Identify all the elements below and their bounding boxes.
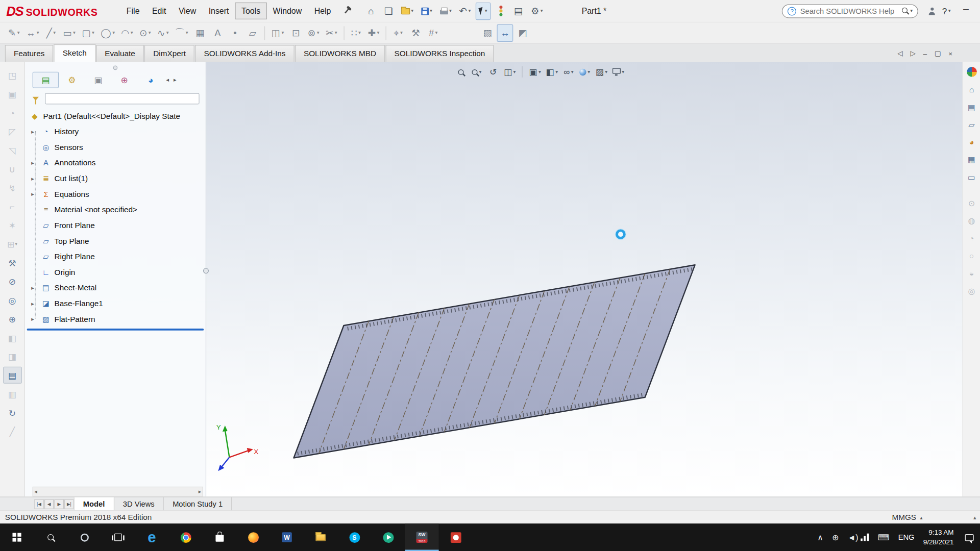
menu-tools[interactable]: Tools — [235, 3, 267, 19]
tab-solidworks-inspection[interactable]: SOLIDWORKS Inspection — [385, 45, 494, 62]
camtasia-button[interactable] — [371, 523, 405, 551]
new-document-button[interactable]: ❏ — [381, 2, 396, 19]
zoom-fit-button[interactable] — [453, 64, 468, 79]
menu-help[interactable]: Help — [308, 3, 337, 19]
lofted-bend-tool[interactable]: ◔ — [3, 104, 22, 121]
cross-break-tool[interactable]: ✶ — [3, 217, 22, 234]
help-menu[interactable]: ?▾ — [942, 6, 951, 16]
insert-bends-tool[interactable]: ↻ — [3, 404, 22, 421]
pane-tool-5[interactable]: ◒ — [964, 265, 979, 280]
zoom-area-button[interactable] — [470, 64, 484, 79]
ellipse-tool[interactable]: ⊙ — [137, 24, 154, 41]
edit-appearance-button[interactable] — [577, 64, 592, 79]
view-orientation-button[interactable]: ▣ — [527, 64, 543, 79]
view-palette-tab[interactable]: ▱ — [964, 117, 979, 132]
search-input[interactable] — [800, 7, 900, 15]
text-tool[interactable]: A — [209, 24, 226, 41]
media-button[interactable]: ▶ — [55, 499, 64, 509]
media-button[interactable]: |◀ — [34, 499, 43, 509]
open-document-button[interactable] — [399, 2, 416, 19]
sketch-tool[interactable]: ✎ — [6, 24, 22, 41]
configurationmanager-tab[interactable]: ▣ — [85, 72, 111, 88]
start-button[interactable] — [0, 523, 34, 551]
pane-tool-4[interactable]: ○ — [964, 248, 979, 263]
forum-tab[interactable]: ▭ — [964, 169, 979, 184]
pane-tool-2[interactable]: ◍ — [964, 213, 979, 228]
arc-tool[interactable]: ◠ — [118, 24, 135, 41]
base-flange-tool[interactable]: ◳ — [3, 67, 22, 84]
media-button[interactable]: ▶| — [64, 499, 74, 509]
trim-entities-tool[interactable]: ✂ — [323, 24, 340, 41]
home-button[interactable]: ⌂ — [363, 2, 378, 19]
simple-hole-tool[interactable]: ◎ — [3, 292, 22, 309]
tree-item-top-plane[interactable]: ▸ ▱ Top Plane — [25, 233, 206, 249]
sketch-tool[interactable] — [344, 26, 344, 40]
unfold-tool[interactable]: ◧ — [3, 329, 22, 346]
display-relations-tool[interactable]: ⌖ — [390, 24, 406, 41]
search-caret-icon[interactable]: ▾ — [910, 8, 913, 14]
tree-item-equations[interactable]: ▸ Σ Equations — [25, 186, 206, 202]
tree-item-cut-list[interactable]: ▸ ≣ Cut list(1) — [25, 170, 206, 186]
panel-tabs-right-icon[interactable]: ▸ — [172, 77, 179, 83]
tray-expand-icon[interactable]: ∧ — [817, 533, 823, 542]
solidworks-button[interactable] — [405, 523, 438, 551]
forming-tool[interactable]: ⚒ — [3, 254, 22, 271]
cortana-button[interactable] — [67, 523, 101, 551]
convert-to-sheetmetal-tool[interactable]: ▣ — [3, 86, 22, 103]
expand-arrow-icon[interactable]: ▸ — [31, 285, 37, 291]
featuremanager-tab[interactable]: ▤ — [33, 72, 59, 88]
spline-tool[interactable]: ∿ — [155, 24, 172, 41]
pane-tool-6[interactable]: ◎ — [964, 283, 979, 298]
task-list-button[interactable]: ▤ — [511, 2, 526, 19]
volume-icon[interactable]: ◄) — [848, 533, 859, 542]
filter-input[interactable] — [45, 93, 199, 104]
expand-arrow-icon[interactable]: ▸ — [31, 300, 37, 306]
media-button[interactable]: ◀ — [44, 499, 54, 509]
firefox-button[interactable] — [236, 523, 270, 551]
search-button[interactable] — [34, 523, 67, 551]
linear-sketch-pattern-tool[interactable]: ∷ — [348, 24, 364, 41]
plane-tool[interactable]: ▱ — [244, 24, 261, 41]
panel-splitter-handle[interactable] — [203, 268, 209, 273]
scroll-right-icon[interactable]: ▸ — [199, 489, 202, 495]
smart-dimension-tool[interactable]: ↔ — [23, 24, 42, 41]
rollback-bar[interactable] — [27, 329, 204, 331]
panel-scrollbar[interactable]: ◂ ▸ — [33, 487, 203, 497]
section-view-button[interactable]: ◫ — [502, 64, 518, 79]
touch-keyboard-icon[interactable]: ⌨ — [878, 533, 890, 542]
circle-tool[interactable]: ◯ — [98, 24, 117, 41]
tab-motion-study-1[interactable]: Motion Study 1 — [164, 497, 232, 511]
search-box[interactable]: ? ▾ — [782, 4, 918, 18]
options-button[interactable]: ⚙ — [528, 2, 546, 19]
sketch-tool[interactable] — [386, 26, 386, 40]
minimize-doc-icon[interactable]: – — [923, 49, 927, 57]
skype-button[interactable] — [337, 523, 371, 551]
menu-file[interactable]: File — [120, 3, 146, 19]
pin-menu-icon[interactable] — [345, 8, 349, 13]
quick-snaps-tool[interactable]: # — [425, 24, 442, 41]
pane-tool-1[interactable]: ⊙ — [964, 195, 979, 210]
rip-tool[interactable]: ╱ — [3, 423, 22, 440]
offset-entities-tool[interactable]: ⊚ — [305, 24, 322, 41]
recorder-button[interactable] — [439, 523, 473, 551]
network-icon[interactable]: ⊕ — [832, 533, 839, 542]
rectangle-tool[interactable]: ▭ — [60, 24, 78, 41]
view-settings-button[interactable] — [610, 64, 626, 79]
displaymanager-tab[interactable]: ◕ — [137, 72, 163, 88]
sketch-picture-button[interactable]: ▨ — [479, 24, 496, 41]
word-button[interactable] — [270, 523, 304, 551]
close-doc-icon[interactable]: × — [948, 49, 952, 57]
dimxpertmanager-tab[interactable]: ⊕ — [111, 72, 137, 88]
solidworks-resources-tab[interactable] — [964, 64, 979, 79]
tree-item-right-plane[interactable]: ▸ ▱ Right Plane — [25, 248, 206, 264]
tree-item-flat-pattern[interactable]: ▸ ▨ Flat-Pattern — [25, 311, 206, 327]
vent-tool[interactable]: ⊕ — [3, 311, 22, 328]
miter-flange-tool[interactable]: ◹ — [3, 142, 22, 159]
sketch-tool[interactable] — [264, 26, 265, 40]
appearances-scenes-tab[interactable]: ◕ — [964, 134, 979, 149]
undo-button[interactable]: ↶ — [457, 2, 474, 19]
search-icon[interactable] — [902, 8, 908, 13]
unit-system-selector[interactable]: MMGS ▴ — [892, 513, 922, 521]
display-style-button[interactable]: ◧ — [544, 64, 560, 79]
pane-tool-3[interactable]: ◔ — [964, 231, 979, 245]
